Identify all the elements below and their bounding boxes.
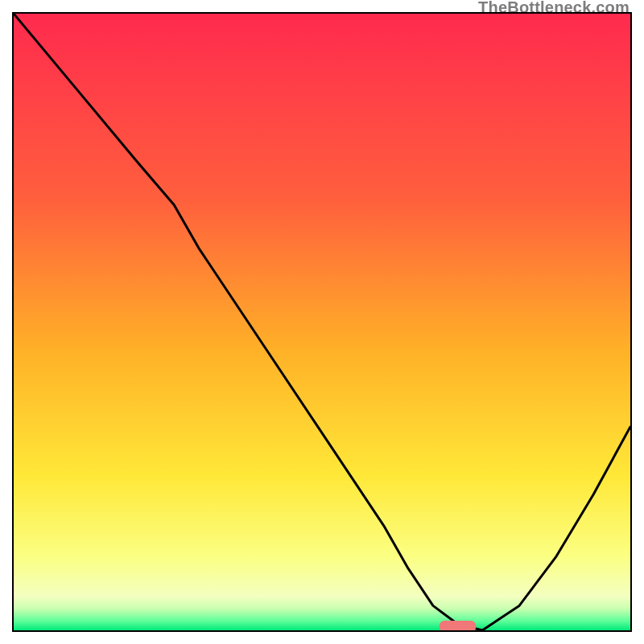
- plot-area: [12, 12, 632, 632]
- plot-svg: [14, 14, 630, 630]
- gradient-background: [14, 14, 630, 630]
- chart-frame: TheBottleneck.com: [0, 0, 644, 644]
- optimal-marker: [440, 621, 477, 630]
